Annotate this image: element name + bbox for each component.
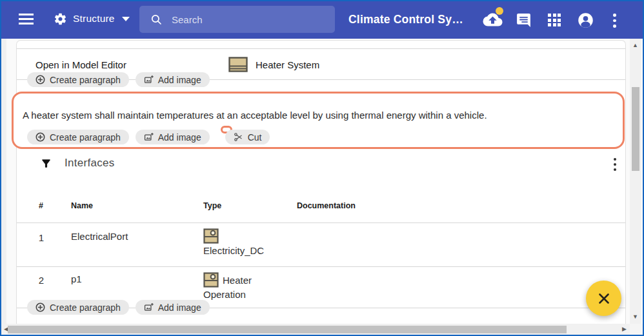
col-type: Type bbox=[203, 201, 221, 210]
vertical-scroll-thumb[interactable] bbox=[632, 87, 639, 171]
interfaces-more-icon[interactable] bbox=[614, 158, 616, 171]
row-num: 1 bbox=[36, 232, 46, 243]
insert-toolbar-selected: Create paragraph Add image Cut bbox=[27, 130, 270, 144]
more-options-icon[interactable] bbox=[613, 14, 616, 28]
cut-label: Cut bbox=[248, 132, 262, 143]
create-paragraph-button[interactable]: Create paragraph bbox=[27, 300, 129, 315]
requirement-text[interactable]: A heater system shall maintain temperatu… bbox=[23, 110, 610, 121]
add-image-label: Add image bbox=[158, 302, 201, 313]
filter-icon[interactable] bbox=[40, 157, 52, 170]
section-divider bbox=[17, 48, 625, 49]
port-icon bbox=[203, 272, 219, 288]
add-image-icon bbox=[144, 132, 154, 142]
open-in-model-editor-link[interactable]: Open in Model Editor bbox=[35, 59, 126, 70]
col-name: Name bbox=[71, 201, 93, 210]
interfaces-title: Interfaces bbox=[65, 157, 115, 170]
search-icon bbox=[150, 14, 163, 26]
close-icon bbox=[596, 291, 612, 306]
cut-button[interactable]: Cut bbox=[225, 130, 270, 144]
scissors-icon bbox=[234, 132, 243, 142]
menu-icon[interactable] bbox=[19, 14, 34, 25]
notification-badge bbox=[496, 7, 503, 15]
table-row[interactable]: 1 ElectricalPort Electricity_DC bbox=[17, 223, 625, 266]
port-icon bbox=[203, 228, 219, 244]
gear-icon bbox=[54, 12, 67, 26]
app-title: Climate Control Sy… bbox=[348, 13, 463, 26]
insert-toolbar: Create paragraph Add image bbox=[27, 300, 210, 315]
create-paragraph-label: Create paragraph bbox=[50, 75, 121, 85]
perspective-label: Structure bbox=[73, 13, 115, 25]
close-fab-button[interactable] bbox=[586, 281, 621, 316]
element-reference[interactable]: Heater System bbox=[228, 57, 319, 73]
scrollbar-corner bbox=[630, 324, 643, 335]
add-circle-icon bbox=[35, 302, 45, 312]
row-type: Electricity_DC bbox=[203, 228, 276, 258]
app-header: Structure Climate Control Sy… bbox=[0, 0, 644, 39]
scroll-up-icon[interactable]: ▲ bbox=[632, 43, 638, 48]
add-image-button[interactable]: Add image bbox=[136, 72, 210, 87]
add-circle-icon bbox=[35, 132, 45, 142]
horizontal-scroll-thumb[interactable] bbox=[8, 326, 567, 333]
add-image-icon bbox=[144, 302, 154, 312]
apps-grid-icon[interactable] bbox=[548, 14, 561, 26]
add-image-label: Add image bbox=[158, 75, 201, 85]
search-box[interactable] bbox=[139, 6, 335, 33]
row-name: p1 bbox=[71, 273, 82, 284]
add-image-icon bbox=[144, 75, 154, 84]
add-image-label: Add image bbox=[158, 132, 201, 143]
search-input[interactable] bbox=[172, 14, 327, 25]
insert-toolbar: Create paragraph Add image bbox=[27, 72, 210, 87]
account-icon[interactable] bbox=[577, 12, 594, 29]
scroll-down-icon[interactable]: ▼ bbox=[632, 314, 638, 320]
comment-icon[interactable] bbox=[516, 12, 532, 28]
scroll-right-icon[interactable]: ▶ bbox=[622, 326, 627, 332]
horizontal-scrollbar[interactable]: ◀ ▶ bbox=[1, 324, 630, 335]
row-name: ElectricalPort bbox=[71, 231, 128, 242]
table-header-row: # Name Type Documentation bbox=[17, 193, 625, 222]
create-paragraph-label: Create paragraph bbox=[50, 302, 121, 313]
create-paragraph-button[interactable]: Create paragraph bbox=[27, 72, 129, 87]
create-paragraph-label: Create paragraph bbox=[50, 132, 121, 143]
row-type-label: Electricity_DC bbox=[203, 245, 264, 256]
add-image-button[interactable]: Add image bbox=[136, 300, 210, 315]
perspective-selector[interactable]: Structure bbox=[54, 10, 130, 27]
vertical-scrollbar[interactable]: ▲ ▼ bbox=[630, 39, 641, 324]
col-documentation: Documentation bbox=[297, 201, 356, 210]
chevron-down-icon bbox=[122, 17, 130, 21]
left-gutter bbox=[1, 39, 6, 324]
row-type: Heater Operation bbox=[203, 272, 276, 302]
add-circle-icon bbox=[35, 75, 45, 84]
element-name: Heater System bbox=[256, 59, 319, 70]
create-paragraph-button[interactable]: Create paragraph bbox=[27, 130, 129, 144]
col-num: # bbox=[39, 201, 43, 210]
row-num: 2 bbox=[36, 275, 46, 286]
block-icon bbox=[228, 57, 248, 73]
add-image-button[interactable]: Add image bbox=[136, 130, 210, 144]
